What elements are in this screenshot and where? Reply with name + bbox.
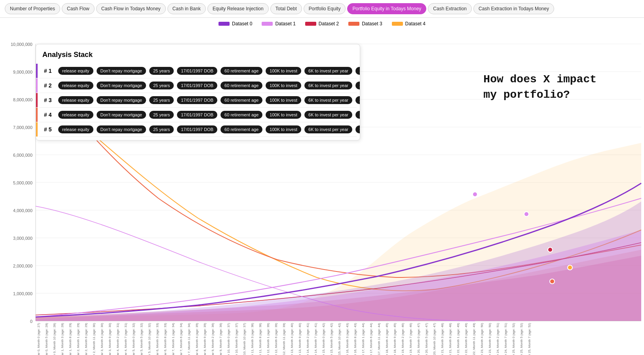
stack-tag[interactable]: 17/01/1997 DOB bbox=[177, 96, 217, 104]
stack-row[interactable]: # 1release equityDon't repay mortgage25 … bbox=[36, 64, 360, 78]
legend-item-dataset-3: Dataset 3 bbox=[348, 21, 382, 27]
svg-text:Year 4, Month 7 (age: 31): Year 4, Month 7 (age: 31) bbox=[124, 323, 127, 355]
svg-text:Year 7, Month 6 (age: 34): Year 7, Month 6 (age: 34) bbox=[179, 323, 183, 355]
legend-swatch bbox=[262, 22, 273, 26]
stack-tag[interactable]: 17/01/1997 DOB bbox=[177, 67, 217, 75]
nav-tab-equity-release-injection[interactable]: Equity Release Injection bbox=[207, 3, 269, 14]
stack-tag[interactable]: 25 years bbox=[149, 96, 174, 104]
stack-tag[interactable]: Don't repay mortgage bbox=[97, 125, 146, 133]
legend-item-dataset-1: Dataset 1 bbox=[262, 21, 295, 27]
svg-text:6,000,000: 6,000,000 bbox=[13, 153, 32, 158]
stack-row-number: # 5 bbox=[44, 126, 55, 133]
legend-swatch bbox=[392, 22, 403, 26]
stack-tag[interactable]: 60 retirement age bbox=[220, 67, 262, 75]
svg-point-14 bbox=[524, 212, 529, 216]
nav-tab-cash-extraction-in-todays-money[interactable]: Cash Extraction in Todays Money bbox=[473, 3, 554, 14]
nav-tab-number-of-properties[interactable]: Number of Properties bbox=[5, 3, 60, 14]
svg-text:Year 2, Month 6 (age: 29): Year 2, Month 6 (age: 29) bbox=[84, 323, 88, 355]
stack-tag[interactable]: 25 years bbox=[149, 125, 174, 133]
nav-tab-cash-flow-in-todays-money[interactable]: Cash Flow in Todays Money bbox=[96, 3, 166, 14]
svg-text:Year 1, Month 8 (age: 29): Year 1, Month 8 (age: 29) bbox=[68, 323, 72, 355]
stack-tag[interactable]: 17/01/1997 DOB bbox=[177, 82, 217, 89]
svg-text:Year 6, Month 3 (age: 33): Year 6, Month 3 (age: 33) bbox=[156, 323, 159, 355]
stack-row-number: # 3 bbox=[44, 97, 55, 103]
stack-tag[interactable]: Don't repay mortgage bbox=[97, 96, 146, 104]
stack-tag[interactable]: 100K to invest bbox=[266, 125, 301, 133]
stack-tag[interactable]: 25 years bbox=[149, 111, 174, 119]
nav-tab-portfolio-equity-in-todays-money[interactable]: Portfolio Equity in Todays Money bbox=[347, 3, 426, 14]
svg-text:Year 15, Month 10 (age: 42): Year 15, Month 10 (age: 42) bbox=[338, 323, 341, 355]
svg-text:Year 13, Month 9 (age: 40): Year 13, Month 9 (age: 40) bbox=[298, 323, 302, 355]
analysis-stack-title: Analysis Stack bbox=[36, 51, 360, 64]
stack-tag[interactable]: 200K model prop bbox=[355, 125, 360, 133]
stack-tag[interactable]: release equity bbox=[58, 67, 93, 75]
stack-tag[interactable]: 6K to invest per year bbox=[304, 96, 352, 104]
nav-tab-portfolio-equity[interactable]: Portfolio Equity bbox=[304, 3, 346, 14]
svg-text:Year 9, Month 2 (age: 36): Year 9, Month 2 (age: 36) bbox=[211, 323, 215, 355]
svg-text:Year 4, Month 2 (age: 31): Year 4, Month 2 (age: 31) bbox=[116, 323, 120, 355]
legend-item-dataset-0: Dataset 0 bbox=[218, 21, 252, 27]
stack-tag[interactable]: 100K to invest bbox=[266, 67, 301, 75]
svg-text:Year 2, Month 11 (age: 30): Year 2, Month 11 (age: 30) bbox=[92, 323, 96, 355]
annotation-text: How does X impact my portfolio? bbox=[483, 72, 597, 103]
svg-text:Year 21, Month 3 (age: 48): Year 21, Month 3 (age: 48) bbox=[441, 323, 444, 355]
legend-label: Dataset 2 bbox=[319, 21, 339, 27]
stack-tag[interactable]: 25 years bbox=[149, 67, 174, 75]
stack-row[interactable]: # 5release equityDon't repay mortgage25 … bbox=[36, 122, 360, 137]
svg-text:Year 1, Month 3 (age: 28): Year 1, Month 3 (age: 28) bbox=[61, 323, 64, 355]
stack-tag[interactable]: Don't repay mortgage bbox=[97, 67, 146, 75]
stack-tag[interactable]: 60 retirement age bbox=[220, 125, 262, 133]
stack-tag[interactable]: 100K to invest bbox=[266, 82, 301, 89]
stack-tag[interactable]: Don't repay mortgage bbox=[97, 82, 146, 89]
stack-tag[interactable]: release equity bbox=[58, 82, 93, 89]
svg-text:Year 19, Month 2 (age: 46): Year 19, Month 2 (age: 46) bbox=[401, 323, 405, 355]
svg-text:0: 0 bbox=[30, 319, 32, 324]
svg-text:Year 17, Month 1 (age: 44): Year 17, Month 1 (age: 44) bbox=[361, 323, 365, 355]
legend-item-dataset-2: Dataset 2 bbox=[305, 21, 339, 27]
legend-label: Dataset 0 bbox=[232, 21, 252, 27]
stack-row[interactable]: # 2release equityDon't repay mortgage25 … bbox=[36, 78, 360, 93]
svg-text:Year 8, Month 9 (age: 35): Year 8, Month 9 (age: 35) bbox=[203, 323, 207, 355]
stack-tag[interactable]: 200K model prop bbox=[355, 82, 360, 89]
stack-tag[interactable]: 100K to invest bbox=[266, 96, 301, 104]
stack-tag[interactable]: 100K to invest bbox=[266, 111, 301, 119]
stack-tag[interactable]: 60 retirement age bbox=[220, 82, 262, 89]
stack-tag[interactable]: 6K to invest per year bbox=[304, 125, 352, 133]
stack-tag[interactable]: 200K model prop bbox=[355, 111, 360, 119]
stack-tag[interactable]: 17/01/1997 DOB bbox=[177, 111, 217, 119]
stack-tag[interactable]: 200K model prop bbox=[355, 67, 360, 75]
svg-point-17 bbox=[550, 279, 555, 284]
nav-tab-total-debt[interactable]: Total Debt bbox=[270, 3, 302, 14]
legend-swatch bbox=[218, 22, 230, 26]
svg-point-16 bbox=[568, 265, 572, 270]
nav-tab-cash-flow[interactable]: Cash Flow bbox=[62, 3, 95, 14]
svg-text:7,000,000: 7,000,000 bbox=[13, 125, 32, 130]
stack-tag[interactable]: 60 retirement age bbox=[220, 111, 262, 119]
svg-text:Year 21, Month 8 (age: 48): Year 21, Month 8 (age: 48) bbox=[448, 323, 452, 355]
svg-text:Year 0, Month 10 (age: 28): Year 0, Month 10 (age: 28) bbox=[53, 323, 56, 355]
svg-text:Year 6, Month 8 (age: 33): Year 6, Month 8 (age: 33) bbox=[163, 323, 167, 355]
svg-text:Year 5, Month 0 (age: 32): Year 5, Month 0 (age: 32) bbox=[132, 323, 135, 355]
nav-tab-cash-extraction[interactable]: Cash Extraction bbox=[428, 3, 472, 14]
stack-tag[interactable]: 60 retirement age bbox=[220, 96, 262, 104]
svg-text:Year 18, Month 9 (age: 45): Year 18, Month 9 (age: 45) bbox=[393, 323, 397, 355]
stack-tag[interactable]: 17/01/1997 DOB bbox=[177, 125, 217, 133]
stack-tag[interactable]: release equity bbox=[58, 125, 93, 133]
stack-tag[interactable]: 200K model prop bbox=[355, 96, 360, 104]
stack-tag[interactable]: release equity bbox=[58, 111, 93, 119]
nav-tab-cash-in-bank[interactable]: Cash in Bank bbox=[167, 3, 206, 14]
stack-row[interactable]: # 3release equityDon't repay mortgage25 … bbox=[36, 93, 360, 107]
svg-text:Year 3, Month 9 (age: 30): Year 3, Month 9 (age: 30) bbox=[108, 323, 112, 355]
svg-text:Year 7, Month 1 (age: 34): Year 7, Month 1 (age: 34) bbox=[171, 323, 175, 355]
svg-text:9,000,000: 9,000,000 bbox=[13, 70, 32, 74]
svg-text:Year 15, Month 0 (age: 42): Year 15, Month 0 (age: 42) bbox=[322, 323, 325, 355]
svg-text:Year 10, Month 0 (age: 37): Year 10, Month 0 (age: 37) bbox=[227, 323, 230, 355]
stack-tag[interactable]: release equity bbox=[58, 96, 93, 104]
stack-tag[interactable]: 25 years bbox=[149, 82, 174, 89]
stack-row[interactable]: # 4release equityDon't repay mortgage25 … bbox=[36, 108, 360, 122]
svg-text:Year 9, Month 7 (age: 36): Year 9, Month 7 (age: 36) bbox=[219, 323, 222, 355]
stack-tag[interactable]: 6K to invest per year bbox=[304, 67, 352, 75]
stack-tag[interactable]: 6K to invest per year bbox=[304, 111, 352, 119]
stack-tag[interactable]: Don't repay mortgage bbox=[97, 111, 146, 119]
stack-tag[interactable]: 6K to invest per year bbox=[304, 82, 352, 89]
